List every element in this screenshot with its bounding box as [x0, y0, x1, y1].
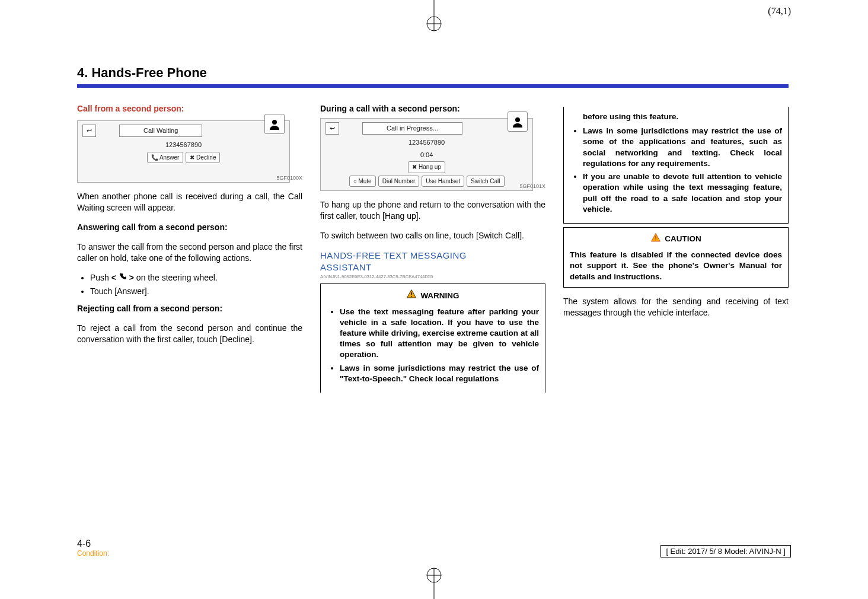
col1-li1: Push < > on the steering wheel.: [90, 272, 302, 284]
svg-rect-9: [411, 292, 413, 295]
fig2-code: 5GF0101X: [519, 183, 545, 190]
fig2-handset-button: Use Handset: [422, 176, 464, 187]
column-3: before using this feature. Laws in some …: [563, 103, 789, 396]
chapter-title: 4. Hands-Free Phone: [77, 65, 789, 81]
warn-item-3: Laws in some jurisdictions may restrict …: [583, 126, 782, 169]
fig1-decline-button: ✖ Decline: [186, 152, 220, 164]
caution-body: This feature is disabled if the connecte…: [570, 250, 782, 282]
col1-h-reject: Rejecting call from a second person:: [77, 303, 302, 314]
svg-rect-11: [656, 236, 657, 239]
column-1: Call from a second person: ↩ Call Waitin…: [77, 103, 302, 396]
warning-box-part1: WARNING Use the text messaging feature a…: [320, 283, 545, 393]
warning-icon: [406, 289, 417, 302]
col1-p3: To reject a call from the second person …: [77, 323, 302, 345]
svg-point-7: [272, 120, 277, 125]
registration-mark-bottom: [422, 563, 446, 599]
fig1-title: Call Waiting: [119, 125, 202, 137]
fig2-switch-button: Switch Call: [467, 176, 504, 187]
col1-p2: To answer the call from the second perso…: [77, 241, 302, 264]
svg-rect-12: [656, 240, 657, 241]
caution-title: CAUTION: [665, 234, 701, 244]
page-root: (74,1) 4. Hands-Free Phone Call from a s…: [0, 0, 868, 599]
fig1-code: 5GF0100X: [276, 174, 302, 181]
fig2-hangup-label: Hang up: [419, 164, 441, 170]
footer: 4-6 Condition: [ Edit: 2017/ 5/ 8 Model:…: [77, 539, 791, 557]
page-annotation: (74,1): [768, 6, 791, 17]
fig1-number: 1234567890: [82, 141, 285, 149]
fig2-mute-label: Mute: [358, 178, 371, 184]
warn-item-1: Use the text messaging feature after par…: [340, 307, 539, 361]
warn-item-2-cont: before using this feature.: [570, 111, 782, 122]
warn-item-4: If you are unable to devote full attenti…: [583, 171, 782, 215]
content-area: 4. Hands-Free Phone Call from a second p…: [77, 65, 789, 396]
svg-point-8: [515, 117, 520, 122]
fig2-dial-button: Dial Number: [378, 176, 420, 187]
warning-title: WARNING: [420, 291, 459, 301]
col1-list: Push < > on the steering wheel. Touch [A…: [77, 272, 302, 298]
col1-h-answer: Answering call from a second person:: [77, 222, 302, 233]
back-icon: ↩: [82, 125, 96, 137]
footer-left: 4-6 Condition:: [77, 539, 109, 557]
back-icon-2: ↩: [326, 122, 339, 135]
col1-p1: When another phone call is received duri…: [77, 191, 302, 214]
col3-p-after: The system allows for the sending and re…: [563, 296, 789, 318]
col2-p1: To hang up the phone and return to the c…: [320, 199, 545, 222]
warning-header: WARNING: [327, 289, 539, 302]
registration-mark-top: [422, 0, 446, 36]
col1-red-heading: Call from a second person:: [77, 103, 302, 114]
col1-li1-b: on the steering wheel.: [134, 273, 218, 282]
condition-label: Condition:: [77, 549, 109, 557]
avatar-icon: [264, 114, 285, 134]
avatar-icon-2: [508, 111, 528, 132]
blue-heading-2: ASSISTANT: [320, 262, 545, 273]
fig1-answer-label: Answer: [159, 154, 179, 161]
warning-list-part1: Use the text messaging feature after par…: [327, 307, 539, 385]
page-number: 4-6: [77, 539, 109, 549]
fig2-title: Call in Progress...: [362, 122, 462, 135]
warning-list-part2: Laws in some jurisdictions may restrict …: [570, 126, 782, 215]
caution-icon: [650, 232, 661, 246]
column-2: During a call with a second person: ↩ Ca…: [320, 103, 545, 396]
guid-code: AIVINJN1-9092E6E3-0312-4427-83C9-7BCEA47…: [320, 274, 545, 281]
col1-li2: Touch [Answer].: [90, 286, 302, 297]
svg-rect-10: [411, 296, 413, 297]
blue-heading-1: HANDS-FREE TEXT MESSAGING: [320, 250, 545, 262]
warn-item-2: Laws in some jurisdictions may restrict …: [340, 363, 539, 384]
fig2-mute-button: ○ Mute: [349, 176, 376, 187]
figure-call-progress: ↩ Call in Progress... 1234567890 0:04 ✖ …: [320, 118, 545, 192]
columns: Call from a second person: ↩ Call Waitin…: [77, 103, 789, 396]
col1-li1-a: Push: [90, 273, 111, 282]
fig1-decline-label: Decline: [196, 154, 216, 161]
caution-header: CAUTION: [570, 232, 782, 246]
figure-call-waiting: ↩ Call Waiting 1234567890 📞 Answer ✖ Dec…: [77, 120, 302, 183]
fig2-number: 1234567890: [326, 138, 528, 147]
fig2-timer: 0:04: [326, 151, 528, 160]
fig1-answer-button: 📞 Answer: [147, 152, 184, 164]
col2-p2: To switch between two calls on line, tou…: [320, 230, 545, 241]
warning-box-part2: before using this feature. Laws in some …: [563, 107, 789, 224]
chapter-rule: [77, 84, 789, 88]
caution-box: CAUTION This feature is disabled if the …: [563, 227, 789, 288]
edit-info-box: [ Edit: 2017/ 5/ 8 Model: AIVINJ-N ]: [660, 545, 791, 557]
phone-icon: [119, 272, 127, 283]
fig2-hangup-button: ✖ Hang up: [408, 161, 445, 173]
